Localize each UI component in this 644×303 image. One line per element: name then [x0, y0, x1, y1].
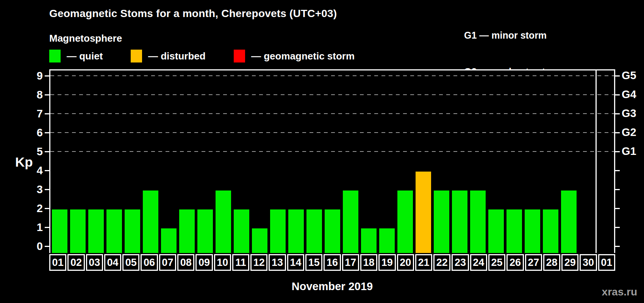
day-label-cell: 02 — [67, 254, 84, 271]
day-label-cell: 28 — [543, 254, 560, 271]
y-axis-tick-label: 5 — [25, 145, 43, 158]
day-label-cell: 26 — [506, 254, 524, 271]
chart-title: Geomagnetic Stoms for a month, Cherepove… — [49, 8, 337, 20]
day-label-cell: 10 — [214, 254, 231, 271]
day-label-cell: 03 — [86, 254, 103, 271]
right-axis-label-g2: G2 — [622, 126, 636, 139]
y-axis-tick-left — [45, 75, 49, 77]
legend-item-quiet: — quiet — [49, 50, 103, 62]
y-axis-tick-left — [45, 113, 49, 114]
y-axis-tick-label: 7 — [25, 107, 43, 120]
right-axis-label-g3: G3 — [622, 107, 636, 120]
kp-bar-day-04 — [106, 209, 122, 253]
day-label-cell: 23 — [452, 254, 469, 271]
y-axis-tick-right — [615, 151, 620, 152]
right-axis-label-g1: G1 — [622, 145, 636, 158]
month-separator-line — [596, 70, 597, 253]
kp-bar-day-17 — [343, 191, 358, 253]
y-axis-tick-right — [615, 189, 620, 190]
kp-bar-day-02 — [70, 209, 86, 253]
y-axis-tick-left — [45, 246, 49, 247]
y-axis-tick-label: 6 — [25, 126, 43, 139]
kp-bar-day-10 — [216, 191, 231, 253]
day-label-cell: 29 — [561, 254, 578, 271]
y-axis-tick-right — [615, 170, 620, 171]
kp-bar-day-20 — [397, 191, 413, 253]
y-axis-tick-label: 3 — [25, 183, 43, 196]
grid-line-kp8 — [50, 94, 614, 95]
day-label-cell: 01 — [598, 254, 615, 271]
y-axis-tick-left — [45, 189, 49, 190]
y-axis-tick-right — [615, 132, 620, 133]
y-axis-tick-label: 4 — [25, 164, 43, 177]
kp-bar-day-29 — [561, 191, 577, 253]
x-axis-title: November 2019 — [49, 280, 615, 293]
day-label-cell: 08 — [177, 254, 194, 271]
y-axis-tick-left — [45, 170, 49, 171]
day-label-cell: 22 — [433, 254, 450, 271]
day-label-cell: 25 — [488, 254, 505, 271]
day-label-cell: 07 — [159, 254, 176, 271]
right-axis-label-g4: G4 — [622, 88, 636, 101]
y-axis-tick-label: 0 — [25, 240, 43, 253]
kp-bar-day-01 — [52, 209, 67, 253]
day-label-cell: 16 — [324, 254, 341, 271]
grid-line-kp9 — [50, 75, 614, 76]
day-label-cell: 14 — [287, 254, 304, 271]
kp-bar-day-05 — [125, 209, 140, 253]
day-label-cell: 27 — [525, 254, 542, 271]
kp-bar-day-13 — [270, 209, 286, 253]
quiet-color-swatch — [49, 50, 61, 62]
grid-line-kp7 — [50, 113, 614, 114]
y-axis-tick-left — [45, 94, 49, 95]
legend-label-quiet: — quiet — [67, 50, 103, 62]
grid-line-kp6 — [50, 132, 614, 133]
kp-bar-day-25 — [488, 209, 504, 253]
legend-item-geomagnetic-storm: — geomagnetic storm — [234, 50, 355, 62]
plot-area: 01234G15G26G37G48G59 — [49, 69, 615, 253]
y-axis-tick-label: 2 — [25, 202, 43, 215]
kp-bar-day-24 — [470, 191, 486, 253]
day-label-cell: 12 — [250, 254, 267, 271]
g-scale-legend-item: G1 — minor storm — [464, 29, 563, 41]
kp-bar-day-26 — [506, 209, 522, 253]
kp-bar-day-03 — [88, 209, 104, 253]
kp-bar-day-06 — [143, 191, 158, 253]
day-label-cell: 04 — [104, 254, 121, 271]
x-axis-day-labels: 0102030405060708091011121314151617181920… — [49, 254, 615, 271]
kp-bar-day-07 — [161, 228, 177, 253]
day-label-cell: 01 — [49, 254, 66, 271]
legend-label-geomagnetic-storm: — geomagnetic storm — [251, 50, 355, 62]
y-axis-tick-right — [615, 227, 620, 228]
y-axis-tick-right — [615, 113, 620, 114]
y-axis-tick-label: 1 — [25, 221, 43, 234]
kp-bar-day-21 — [416, 172, 431, 253]
day-label-cell: 11 — [232, 254, 249, 271]
day-label-cell: 21 — [415, 254, 432, 271]
day-label-cell: 19 — [378, 254, 395, 271]
y-axis-tick-right — [615, 75, 620, 77]
day-label-cell: 06 — [141, 254, 158, 271]
day-label-cell: 18 — [360, 254, 377, 271]
kp-bar-day-23 — [452, 191, 467, 253]
kp-bar-day-09 — [197, 209, 213, 253]
kp-bar-day-28 — [543, 209, 558, 253]
day-label-cell: 30 — [580, 254, 597, 271]
kp-bar-day-14 — [288, 209, 304, 253]
legend-label-disturbed: — disturbed — [148, 50, 206, 62]
right-axis-label-g5: G5 — [622, 69, 636, 82]
y-axis-tick-left — [45, 132, 49, 133]
kp-bar-day-12 — [252, 228, 267, 253]
y-axis-tick-left — [45, 151, 49, 152]
magnetosphere-label: Magnetosphere — [49, 33, 122, 44]
kp-bar-day-15 — [306, 209, 322, 253]
day-label-cell: 17 — [342, 254, 359, 271]
kp-bar-day-08 — [179, 209, 195, 253]
day-label-cell: 15 — [305, 254, 322, 271]
day-label-cell: 13 — [269, 254, 286, 271]
day-label-cell: 05 — [122, 254, 139, 271]
geomagnetic-storms-chart-page: Geomagnetic Stoms for a month, Cherepove… — [0, 0, 644, 303]
y-axis-tick-left — [45, 208, 49, 209]
y-axis-tick-label: 8 — [25, 88, 43, 101]
kp-bar-day-22 — [434, 191, 449, 253]
